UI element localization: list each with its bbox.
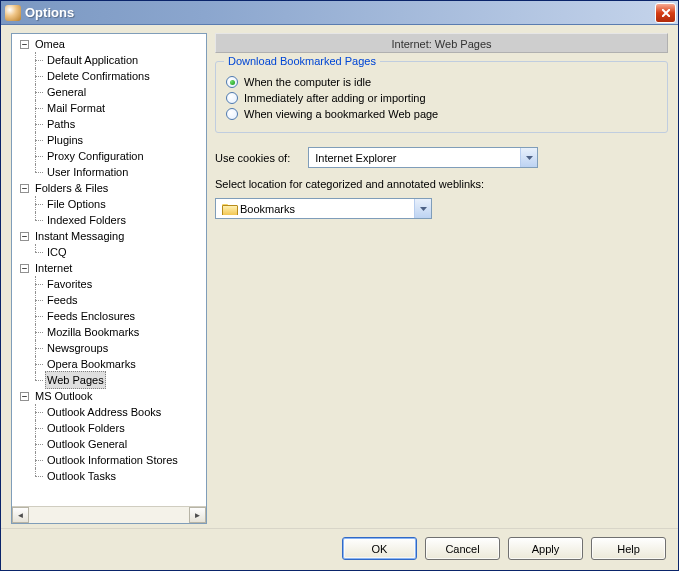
tree-toggle[interactable]: − bbox=[20, 264, 29, 273]
window-title: Options bbox=[25, 5, 655, 20]
tree-label[interactable]: Internet bbox=[33, 260, 74, 276]
tree-toggle[interactable]: − bbox=[20, 40, 29, 49]
tree-item-delete-confirmations[interactable]: Delete Confirmations bbox=[34, 68, 206, 84]
tree-item-icq[interactable]: ICQ bbox=[34, 244, 206, 260]
tree-toggle[interactable]: − bbox=[20, 392, 29, 401]
radio-option-idle[interactable]: When the computer is idle bbox=[226, 76, 657, 88]
tree-item-user-information[interactable]: User Information bbox=[34, 164, 206, 180]
tree-item-outlook-general[interactable]: Outlook General bbox=[34, 436, 206, 452]
tree-item-mozilla-bookmarks[interactable]: Mozilla Bookmarks bbox=[34, 324, 206, 340]
tree-connector bbox=[31, 164, 43, 180]
apply-button[interactable]: Apply bbox=[508, 537, 583, 560]
tree-label[interactable]: File Options bbox=[45, 196, 108, 212]
tree-label[interactable]: Mail Format bbox=[45, 100, 107, 116]
scroll-right-button[interactable]: ► bbox=[189, 507, 206, 523]
radio-label-viewing: When viewing a bookmarked Web page bbox=[244, 108, 438, 120]
tree-item-outlook-folders[interactable]: Outlook Folders bbox=[34, 420, 206, 436]
tree-connector bbox=[31, 52, 43, 68]
radio-option-viewing[interactable]: When viewing a bookmarked Web page bbox=[226, 108, 657, 120]
category-tree[interactable]: −OmeaDefault ApplicationDelete Confirmat… bbox=[12, 34, 206, 506]
tree-item-plugins[interactable]: Plugins bbox=[34, 132, 206, 148]
tree-label[interactable]: Outlook Folders bbox=[45, 420, 127, 436]
tree-item-feeds-enclosures[interactable]: Feeds Enclosures bbox=[34, 308, 206, 324]
tree-label[interactable]: General bbox=[45, 84, 88, 100]
tree-label[interactable]: MS Outlook bbox=[33, 388, 94, 404]
tree-label[interactable]: Omea bbox=[33, 36, 67, 52]
cancel-button[interactable]: Cancel bbox=[425, 537, 500, 560]
scroll-track[interactable] bbox=[29, 507, 189, 523]
tree-item-default-application[interactable]: Default Application bbox=[34, 52, 206, 68]
tree-label[interactable]: Paths bbox=[45, 116, 77, 132]
tree-label[interactable]: Web Pages bbox=[45, 371, 106, 389]
tree-label[interactable]: Feeds Enclosures bbox=[45, 308, 137, 324]
tree-label[interactable]: Feeds bbox=[45, 292, 80, 308]
help-button[interactable]: Help bbox=[591, 537, 666, 560]
tree-item-outlook-tasks[interactable]: Outlook Tasks bbox=[34, 468, 206, 484]
tree-branch-internet[interactable]: −Internet bbox=[20, 260, 206, 276]
radio-input-viewing[interactable] bbox=[226, 108, 238, 120]
tree-label[interactable]: User Information bbox=[45, 164, 130, 180]
tree-label[interactable]: Newsgroups bbox=[45, 340, 110, 356]
app-icon bbox=[5, 5, 21, 21]
tree-item-outlook-information-stores[interactable]: Outlook Information Stores bbox=[34, 452, 206, 468]
cookies-combo[interactable]: Internet Explorer bbox=[308, 147, 538, 168]
tree-branch-instant-messaging[interactable]: −Instant Messaging bbox=[20, 228, 206, 244]
tree-item-general[interactable]: General bbox=[34, 84, 206, 100]
location-combo-value: Bookmarks bbox=[216, 203, 414, 215]
tree-label[interactable]: Instant Messaging bbox=[33, 228, 126, 244]
cookies-combo-button[interactable] bbox=[520, 148, 537, 167]
location-combo-button[interactable] bbox=[414, 199, 431, 218]
tree-connector bbox=[31, 452, 43, 468]
tree-branch-ms-outlook[interactable]: −MS Outlook bbox=[20, 388, 206, 404]
tree-toggle[interactable]: − bbox=[20, 232, 29, 241]
cookies-combo-value: Internet Explorer bbox=[309, 152, 520, 164]
location-combo-text: Bookmarks bbox=[240, 203, 295, 215]
tree-label[interactable]: Delete Confirmations bbox=[45, 68, 152, 84]
tree-label[interactable]: Proxy Configuration bbox=[45, 148, 146, 164]
tree-connector bbox=[31, 244, 43, 260]
options-dialog: Options −OmeaDefault ApplicationDelete C… bbox=[0, 0, 679, 571]
tree-label[interactable]: Outlook General bbox=[45, 436, 129, 452]
tree-label[interactable]: Favorites bbox=[45, 276, 94, 292]
scroll-left-button[interactable]: ◄ bbox=[12, 507, 29, 523]
tree-item-proxy-configuration[interactable]: Proxy Configuration bbox=[34, 148, 206, 164]
tree-label[interactable]: Plugins bbox=[45, 132, 85, 148]
tree-label[interactable]: Outlook Tasks bbox=[45, 468, 118, 484]
tree-item-outlook-address-books[interactable]: Outlook Address Books bbox=[34, 404, 206, 420]
tree-label[interactable]: Default Application bbox=[45, 52, 140, 68]
category-tree-panel: −OmeaDefault ApplicationDelete Confirmat… bbox=[11, 33, 207, 524]
tree-branch-folders-files[interactable]: −Folders & Files bbox=[20, 180, 206, 196]
tree-item-favorites[interactable]: Favorites bbox=[34, 276, 206, 292]
tree-item-mail-format[interactable]: Mail Format bbox=[34, 100, 206, 116]
tree-item-file-options[interactable]: File Options bbox=[34, 196, 206, 212]
radio-input-immediate[interactable] bbox=[226, 92, 238, 104]
tree-item-indexed-folders[interactable]: Indexed Folders bbox=[34, 212, 206, 228]
tree-item-web-pages[interactable]: Web Pages bbox=[34, 372, 206, 388]
close-button[interactable] bbox=[655, 3, 676, 23]
tree-label[interactable]: Folders & Files bbox=[33, 180, 110, 196]
tree-item-opera-bookmarks[interactable]: Opera Bookmarks bbox=[34, 356, 206, 372]
tree-label[interactable]: Outlook Information Stores bbox=[45, 452, 180, 468]
cookies-row: Use cookies of: Internet Explorer bbox=[215, 147, 668, 168]
location-combo[interactable]: Bookmarks bbox=[215, 198, 432, 219]
tree-toggle[interactable]: − bbox=[20, 184, 29, 193]
tree-item-newsgroups[interactable]: Newsgroups bbox=[34, 340, 206, 356]
titlebar: Options bbox=[1, 1, 678, 25]
radio-input-idle[interactable] bbox=[226, 76, 238, 88]
tree-connector bbox=[31, 420, 43, 436]
tree-item-feeds[interactable]: Feeds bbox=[34, 292, 206, 308]
radio-label-idle: When the computer is idle bbox=[244, 76, 371, 88]
tree-item-paths[interactable]: Paths bbox=[34, 116, 206, 132]
tree-connector bbox=[31, 356, 43, 372]
chevron-down-icon bbox=[526, 156, 533, 160]
tree-label[interactable]: Outlook Address Books bbox=[45, 404, 163, 420]
tree-horizontal-scrollbar[interactable]: ◄ ► bbox=[12, 506, 206, 523]
tree-connector bbox=[31, 68, 43, 84]
tree-branch-omea[interactable]: −Omea bbox=[20, 36, 206, 52]
radio-option-immediate[interactable]: Immediately after adding or importing bbox=[226, 92, 657, 104]
tree-label[interactable]: Mozilla Bookmarks bbox=[45, 324, 141, 340]
ok-button[interactable]: OK bbox=[342, 537, 417, 560]
tree-label[interactable]: Opera Bookmarks bbox=[45, 356, 138, 372]
tree-label[interactable]: ICQ bbox=[45, 244, 69, 260]
tree-label[interactable]: Indexed Folders bbox=[45, 212, 128, 228]
